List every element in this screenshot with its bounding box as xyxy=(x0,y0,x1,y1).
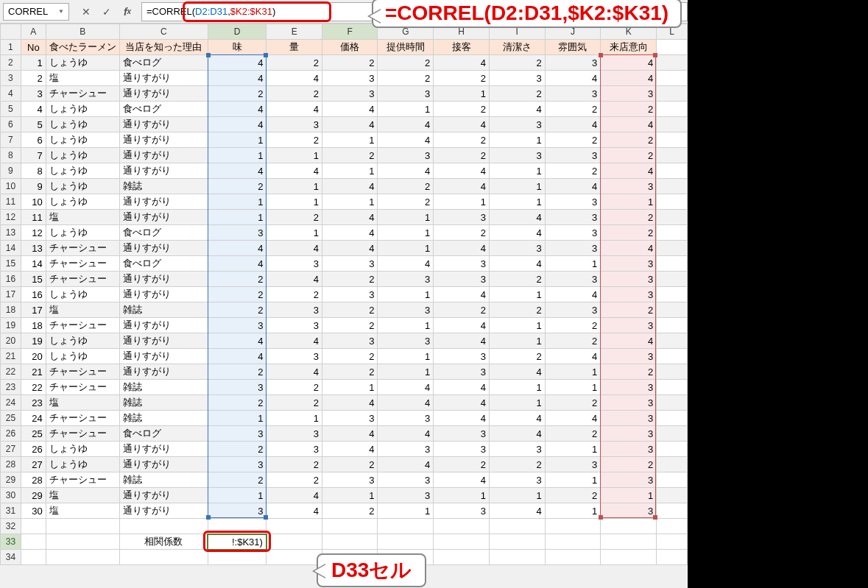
cell[interactable]: 3 xyxy=(545,55,601,71)
cell[interactable]: 4 xyxy=(545,411,601,426)
cell[interactable]: 1 xyxy=(322,380,378,395)
corr-label[interactable]: 相関係数 xyxy=(119,534,208,550)
cell[interactable]: 29 xyxy=(21,488,46,503)
cell[interactable]: 通りすがり xyxy=(119,241,208,256)
cell[interactable]: 4 xyxy=(267,241,322,256)
cell[interactable]: しょうゆ xyxy=(46,102,119,117)
header-cell[interactable]: 清潔さ xyxy=(489,40,545,55)
cell[interactable]: 25 xyxy=(21,426,46,442)
cell[interactable]: しょうゆ xyxy=(46,457,119,472)
cell[interactable]: 1 xyxy=(322,163,378,179)
cell[interactable]: 2 xyxy=(267,395,322,411)
cell[interactable]: 2 xyxy=(545,163,601,179)
cell[interactable]: 食べログ xyxy=(119,102,208,117)
cell[interactable]: 3 xyxy=(601,272,657,287)
cell[interactable]: 通りすがり xyxy=(119,287,208,302)
cell[interactable]: 4 xyxy=(378,380,434,395)
row-header-32[interactable]: 32 xyxy=(1,519,21,534)
row-header-25[interactable]: 25 xyxy=(1,411,21,426)
cell[interactable]: 4 xyxy=(601,333,657,349)
row-header-14[interactable]: 14 xyxy=(1,241,21,256)
cell[interactable]: 4 xyxy=(208,349,267,364)
row-header-29[interactable]: 29 xyxy=(1,472,21,488)
cell[interactable]: 1 xyxy=(601,194,657,210)
cell[interactable]: 食べログ xyxy=(119,256,208,272)
cell[interactable]: 2 xyxy=(601,102,657,117)
cell[interactable]: 2 xyxy=(434,457,490,472)
cell[interactable]: 2 xyxy=(378,71,434,86)
cell[interactable]: 4 xyxy=(378,132,434,148)
cell[interactable]: 4 xyxy=(267,102,322,117)
cell[interactable]: 8 xyxy=(21,163,46,179)
cell[interactable]: 3 xyxy=(434,426,490,442)
cell[interactable]: 4 xyxy=(267,488,322,503)
cell[interactable]: 3 xyxy=(545,225,601,241)
cell[interactable]: 通りすがり xyxy=(119,457,208,472)
cell[interactable]: 22 xyxy=(21,380,46,395)
cell[interactable]: 3 xyxy=(378,472,434,488)
cell[interactable]: 20 xyxy=(21,349,46,364)
chevron-down-icon[interactable]: ▼ xyxy=(58,8,64,15)
cell[interactable]: 2 xyxy=(545,318,601,333)
cell[interactable]: 3 xyxy=(208,380,267,395)
cell[interactable]: 1 xyxy=(378,225,434,241)
confirm-edit-button[interactable]: ✓ xyxy=(99,4,115,20)
cell[interactable]: 1 xyxy=(489,132,545,148)
cell[interactable]: 1 xyxy=(267,411,322,426)
cell[interactable]: 塩 xyxy=(46,488,119,503)
cell[interactable]: 2 xyxy=(601,302,657,318)
cell[interactable]: 4 xyxy=(545,349,601,364)
cell[interactable]: 食べログ xyxy=(119,55,208,71)
header-cell[interactable]: 提供時間 xyxy=(378,40,434,55)
cell[interactable]: 通りすがり xyxy=(119,364,208,380)
cell[interactable]: 3 xyxy=(601,287,657,302)
row-header-33[interactable]: 33 xyxy=(1,534,21,550)
cell[interactable]: 1 xyxy=(489,333,545,349)
header-cell[interactable]: 味 xyxy=(208,40,267,55)
cell[interactable]: 1 xyxy=(489,395,545,411)
cell[interactable]: 1 xyxy=(545,503,601,519)
cell[interactable]: 1 xyxy=(322,194,378,210)
cell[interactable]: 3 xyxy=(434,256,490,272)
cell[interactable]: 2 xyxy=(545,426,601,442)
cell[interactable]: 1 xyxy=(208,210,267,225)
header-cell[interactable]: 雰囲気 xyxy=(545,40,601,55)
cell[interactable]: 2 xyxy=(489,55,545,71)
cell[interactable]: 3 xyxy=(434,272,490,287)
cell[interactable]: 1 xyxy=(378,318,434,333)
cell[interactable]: 1 xyxy=(489,318,545,333)
cell[interactable]: 2 xyxy=(601,225,657,241)
cell[interactable]: 26 xyxy=(21,442,46,457)
cell[interactable]: 4 xyxy=(489,426,545,442)
cell[interactable]: 2 xyxy=(208,179,267,194)
cell[interactable]: 4 xyxy=(267,163,322,179)
cell[interactable]: 4 xyxy=(545,71,601,86)
cell[interactable]: 4 xyxy=(434,55,490,71)
cell[interactable]: 2 xyxy=(545,395,601,411)
col-header-D[interactable]: D xyxy=(208,24,267,40)
cell[interactable]: チャーシュー xyxy=(46,380,119,395)
cell[interactable]: 雑誌 xyxy=(119,472,208,488)
cell[interactable]: 食べログ xyxy=(119,426,208,442)
cell[interactable]: 3 xyxy=(208,503,267,519)
cell[interactable]: 6 xyxy=(21,132,46,148)
cell[interactable]: 通りすがり xyxy=(119,210,208,225)
cell[interactable]: 9 xyxy=(21,179,46,194)
cell[interactable]: 4 xyxy=(208,102,267,117)
row-header-3[interactable]: 3 xyxy=(1,71,21,86)
cell[interactable]: チャーシュー xyxy=(46,426,119,442)
cell[interactable]: 3 xyxy=(208,426,267,442)
cell[interactable]: 3 xyxy=(489,148,545,163)
cell[interactable]: 4 xyxy=(434,117,490,132)
cell[interactable]: 2 xyxy=(322,55,378,71)
cell[interactable]: 16 xyxy=(21,287,46,302)
cell[interactable]: 3 xyxy=(489,241,545,256)
cell[interactable]: 4 xyxy=(434,179,490,194)
cell[interactable]: 通りすがり xyxy=(119,194,208,210)
cell[interactable]: 4 xyxy=(434,318,490,333)
cell[interactable]: 12 xyxy=(21,225,46,241)
row-header-12[interactable]: 12 xyxy=(1,210,21,225)
cell[interactable]: 2 xyxy=(545,333,601,349)
cell[interactable]: 3 xyxy=(208,457,267,472)
cell[interactable]: 10 xyxy=(21,194,46,210)
